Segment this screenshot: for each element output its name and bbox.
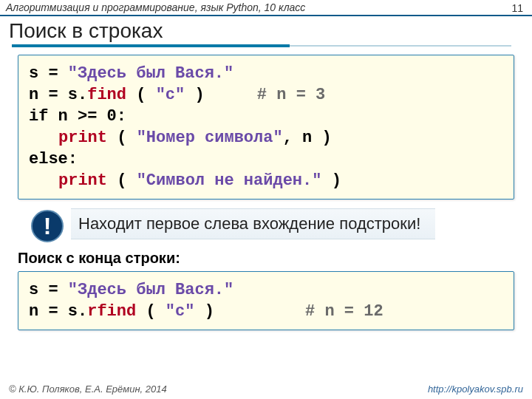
code-line: if n >= 0:	[29, 106, 503, 127]
code-line: s = "Здесь был Вася."	[29, 279, 503, 301]
code-block-1: s = "Здесь был Вася." n = s.find ( "с" )…	[18, 55, 514, 200]
page-number: 11	[511, 2, 523, 14]
title-section: Поиск в строках	[0, 16, 532, 49]
code-line: else:	[29, 149, 503, 170]
copyright: © К.Ю. Поляков, Е.А. Ерёмин, 2014	[9, 383, 167, 395]
course-label: Алгоритмизация и программирование, язык …	[6, 1, 305, 13]
page-title: Поиск в строках	[9, 19, 523, 43]
content-area: s = "Здесь был Вася." n = s.find ( "с" )…	[0, 49, 532, 330]
header-bar: Алгоритмизация и программирование, язык …	[0, 0, 532, 16]
subheading: Поиск с конца строки:	[18, 250, 514, 267]
code-line: print ( "Символ не найден." )	[29, 170, 503, 191]
footer: © К.Ю. Поляков, Е.А. Ерёмин, 2014 http:/…	[9, 383, 523, 395]
title-underline	[12, 44, 290, 47]
exclamation-icon: !	[31, 210, 64, 242]
code-line: print ( "Номер символа", n )	[29, 127, 503, 149]
note-text: Находит первое слева вхождение подстроки…	[71, 208, 435, 239]
code-line: s = "Здесь был Вася."	[29, 63, 503, 84]
code-line: n = s.rfind ( "с" ) # n = 12	[29, 301, 503, 322]
code-block-2: s = "Здесь был Вася." n = s.rfind ( "с" …	[18, 271, 514, 330]
footer-link[interactable]: http://kpolyakov.spb.ru	[428, 383, 523, 395]
code-line: n = s.find ( "с" ) # n = 3	[29, 84, 503, 106]
note-row: ! Находит первое слева вхождение подстро…	[31, 208, 514, 242]
